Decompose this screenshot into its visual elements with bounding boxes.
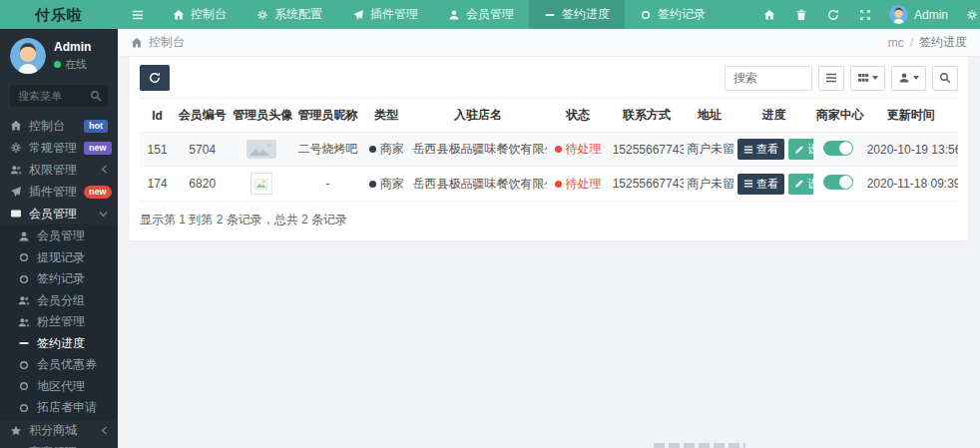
column-header[interactable]: 会员编号 (175, 99, 230, 133)
sidebar-item-plugins[interactable]: 插件管理 new (0, 181, 118, 203)
column-header[interactable]: 联系方式 (610, 99, 685, 133)
advanced-search-button[interactable] (932, 66, 958, 91)
sidebar-item-sign-progress[interactable]: 签约进度 (0, 333, 118, 355)
export-button[interactable] (891, 66, 926, 91)
user-icon (448, 9, 460, 21)
column-header[interactable]: 更新时间 (864, 99, 958, 133)
trash-icon[interactable] (785, 9, 817, 21)
sign-progress-table: Id 会员编号 管理员头像 管理员昵称 类型 入驻店名 状态 联系方式 地址 进… (140, 98, 958, 202)
column-header[interactable]: 进度 (735, 99, 813, 133)
avatar[interactable] (10, 38, 46, 74)
table-row[interactable]: 151 5704 二号烧烤吧 商家 岳西县极品疆味餐饮有限公司 待处理 1525… (140, 133, 958, 167)
view-button[interactable]: 查看 (737, 139, 784, 160)
sidebar-item-member-coupons[interactable]: 会员优惠券 (0, 354, 118, 376)
refresh-icon[interactable] (817, 9, 849, 21)
cell-progress: 查看设置 (735, 167, 813, 202)
sidebar-item-permissions[interactable]: 权限管理 (0, 159, 118, 181)
view-button[interactable]: 查看 (737, 174, 784, 195)
user-icon (898, 72, 910, 84)
cell-merchant-center (813, 133, 864, 167)
column-header[interactable]: 类型 (363, 99, 410, 133)
topnav-user[interactable]: Admin (881, 5, 956, 24)
column-header[interactable]: 状态 (547, 99, 610, 133)
online-label: 在线 (65, 57, 87, 72)
column-header[interactable]: 入驻店名 (410, 99, 547, 133)
circle-icon (18, 359, 30, 371)
paper-plane-icon (352, 9, 364, 21)
column-header[interactable]: Id (140, 99, 175, 133)
column-header[interactable]: 商家中心 (813, 99, 864, 133)
topnav-item-sign-progress[interactable]: 签约进度 (529, 0, 625, 29)
refresh-button[interactable] (140, 65, 170, 91)
sidebar-item-merchant-manage[interactable]: 商家管理 (0, 442, 118, 448)
sidebar-item-points-mall[interactable]: 积分商城 (0, 420, 118, 442)
sidebar-item-label: 常规管理 (29, 140, 77, 157)
table-card: Id 会员编号 管理员头像 管理员昵称 类型 入驻店名 状态 联系方式 地址 进… (130, 57, 968, 240)
sidebar: 付乐啦 Admin 在线 控制台 hot 常规管理 new (0, 0, 118, 448)
sidebar-item-withdraw-records[interactable]: 提现记录 (0, 247, 118, 269)
sidebar-item-label: 地区代理 (37, 378, 85, 395)
fullscreen-icon[interactable] (849, 9, 881, 21)
sidebar-item-member-manage[interactable]: 会员管理 (0, 225, 118, 247)
record-summary: 显示第 1 到第 2 条记录，总共 2 条记录 (140, 212, 958, 228)
merchant-center-toggle[interactable] (823, 175, 853, 190)
topnav-item-label: 系统配置 (274, 6, 322, 23)
sidebar-item-label: 会员分组 (37, 292, 85, 309)
topnav-item-sign-records[interactable]: 签约记录 (625, 0, 721, 29)
breadcrumb-left[interactable]: 控制台 (131, 34, 185, 51)
star-icon (10, 425, 22, 437)
topnav-item-dashboard[interactable]: 控制台 (158, 0, 242, 29)
cell-store-name: 岳西县极品疆味餐饮有限公司 (410, 133, 547, 167)
topnav-item-plugins[interactable]: 插件管理 (337, 0, 433, 29)
pencil-icon (794, 179, 804, 189)
sidebar-item-sign-records[interactable]: 签约记录 (0, 268, 118, 290)
new-badge: new (84, 142, 112, 155)
home-icon (131, 37, 143, 49)
users-icon (18, 316, 30, 328)
sidebar-item-members[interactable]: 会员管理 (0, 203, 118, 224)
column-header[interactable]: 管理员头像 (230, 99, 292, 133)
column-header[interactable]: 管理员昵称 (292, 99, 363, 133)
set-button[interactable]: 设置 (788, 139, 813, 160)
merchant-center-toggle[interactable] (823, 141, 853, 156)
detail-view-button[interactable] (818, 66, 844, 91)
hot-badge: hot (84, 120, 108, 133)
gear-icon[interactable] (956, 9, 980, 21)
sidebar-item-dashboard[interactable]: 控制台 hot (0, 115, 118, 137)
admin-avatar-image[interactable] (246, 140, 276, 159)
app-logo[interactable]: 付乐啦 (0, 0, 118, 29)
status-dot (555, 181, 562, 188)
list-icon (743, 145, 753, 155)
topnav-item-label: 控制台 (191, 6, 227, 23)
sidebar-submenu: 会员管理 提现记录 签约记录 会员分组 粉丝管理 签约进度 (0, 224, 118, 420)
user-status: 在线 (54, 57, 91, 72)
column-header[interactable]: 地址 (684, 99, 735, 133)
cell-avatar (230, 167, 292, 202)
type-dot (369, 146, 376, 153)
cell-address: 商户未留 (684, 133, 735, 167)
sidebar-item-general[interactable]: 常规管理 new (0, 137, 118, 159)
set-button[interactable]: 设置 (788, 174, 813, 195)
topnav-item-system-config[interactable]: 系统配置 (242, 0, 337, 29)
columns-button[interactable] (850, 66, 885, 91)
hamburger-icon[interactable] (118, 0, 158, 29)
search-icon (90, 90, 102, 102)
sidebar-item-fans-manage[interactable]: 粉丝管理 (0, 311, 118, 333)
topnav-item-label: 签约进度 (562, 6, 610, 23)
card-icon (10, 208, 22, 220)
table-row[interactable]: 174 6820 - 商家 岳西县极品疆味餐饮有限公司 待处理 15255667… (140, 167, 958, 202)
sidebar-item-member-groups[interactable]: 会员分组 (0, 290, 118, 312)
breadcrumb-separator: / (910, 36, 913, 50)
sidebar-item-label: 权限管理 (29, 162, 77, 179)
broken-image-icon[interactable] (250, 173, 272, 195)
breadcrumb-prefix: mc (888, 36, 904, 50)
cell-member-no: 6820 (175, 167, 230, 202)
home-icon[interactable] (753, 9, 785, 21)
user-meta: Admin 在线 (54, 40, 91, 72)
online-dot (54, 61, 61, 68)
table-search-input[interactable] (725, 66, 812, 91)
circle-icon (18, 251, 30, 263)
sidebar-item-store-applications[interactable]: 拓店者申请 (0, 397, 118, 419)
topnav-item-members[interactable]: 会员管理 (433, 0, 529, 29)
sidebar-item-region-agent[interactable]: 地区代理 (0, 376, 118, 398)
